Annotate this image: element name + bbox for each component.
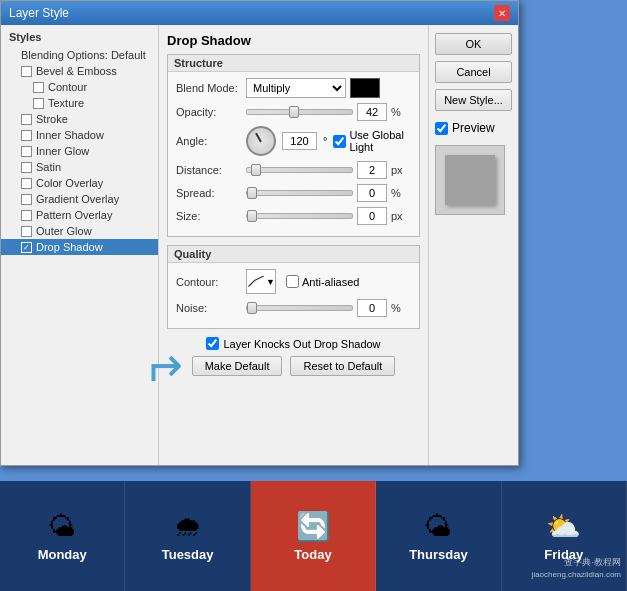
- new-style-button[interactable]: New Style...: [435, 89, 512, 111]
- noise-slider-thumb[interactable]: [247, 302, 257, 314]
- sidebar-item-pattern-overlay[interactable]: Pattern Overlay: [1, 207, 158, 223]
- contour-label: Contour: [48, 81, 87, 93]
- size-value-input[interactable]: [357, 207, 387, 225]
- bevel-emboss-checkbox[interactable]: [21, 66, 32, 77]
- blend-mode-label: Blend Mode:: [176, 82, 246, 94]
- styles-panel: Styles Blending Options: Default Bevel &…: [1, 25, 159, 465]
- spread-slider-thumb[interactable]: [247, 187, 257, 199]
- outer-glow-checkbox[interactable]: [21, 226, 32, 237]
- noise-row: Noise: %: [176, 299, 411, 317]
- global-light-label[interactable]: Use Global Light: [333, 129, 411, 153]
- blend-mode-row: Blend Mode: Multiply: [176, 78, 411, 98]
- inner-shadow-checkbox[interactable]: [21, 130, 32, 141]
- reset-default-button[interactable]: Reset to Default: [290, 356, 395, 376]
- styles-blending-options[interactable]: Blending Options: Default: [1, 47, 158, 63]
- sidebar-item-inner-shadow[interactable]: Inner Shadow: [1, 127, 158, 143]
- anti-alias-label[interactable]: Anti-aliased: [286, 275, 359, 288]
- today-label: Today: [294, 547, 331, 562]
- contour-row: Contour: ▼ Anti-aliased: [176, 269, 411, 294]
- layer-knocks-label: Layer Knocks Out Drop Shadow: [223, 338, 380, 350]
- blend-mode-select[interactable]: Multiply: [246, 78, 346, 98]
- dialog-title: Layer Style: [9, 6, 69, 20]
- distance-slider-thumb[interactable]: [251, 164, 261, 176]
- angle-value-input[interactable]: [282, 132, 317, 150]
- angle-row: Angle: ° Use Global Light: [176, 126, 411, 156]
- satin-checkbox[interactable]: [21, 162, 32, 173]
- styles-panel-header: Styles: [1, 29, 158, 47]
- sidebar-item-outer-glow[interactable]: Outer Glow: [1, 223, 158, 239]
- opacity-value-input[interactable]: 42: [357, 103, 387, 121]
- spread-slider-container: %: [246, 184, 411, 202]
- sidebar-item-satin[interactable]: Satin: [1, 159, 158, 175]
- inner-glow-label: Inner Glow: [36, 145, 89, 157]
- opacity-row: Opacity: 42 %: [176, 103, 411, 121]
- spread-unit: %: [391, 187, 411, 199]
- size-label: Size:: [176, 210, 246, 222]
- noise-value-input[interactable]: [357, 299, 387, 317]
- opacity-slider-track[interactable]: [246, 109, 353, 115]
- spread-value-input[interactable]: [357, 184, 387, 202]
- angle-dial[interactable]: [246, 126, 276, 156]
- tuesday-label: Tuesday: [162, 547, 214, 562]
- friday-weather-icon: ⛅: [546, 510, 581, 543]
- spread-row: Spread: %: [176, 184, 411, 202]
- stroke-checkbox[interactable]: [21, 114, 32, 125]
- structure-content: Blend Mode: Multiply Opacity:: [168, 72, 419, 236]
- drop-shadow-title: Drop Shadow: [167, 33, 420, 48]
- distance-slider-track[interactable]: [246, 167, 353, 173]
- sidebar-item-bevel-emboss[interactable]: Bevel & Emboss: [1, 63, 158, 79]
- drop-shadow-checkbox[interactable]: ✓: [21, 242, 32, 253]
- quality-section: Quality Contour: ▼ Anti-ali: [167, 245, 420, 329]
- size-slider-track[interactable]: [246, 213, 353, 219]
- quality-content: Contour: ▼ Anti-aliased: [168, 263, 419, 328]
- color-overlay-checkbox[interactable]: [21, 178, 32, 189]
- monday-weather-icon: 🌤: [48, 510, 76, 543]
- sidebar-item-color-overlay[interactable]: Color Overlay: [1, 175, 158, 191]
- preview-row: Preview: [435, 121, 512, 135]
- sidebar-item-contour[interactable]: Contour: [1, 79, 158, 95]
- size-slider-thumb[interactable]: [247, 210, 257, 222]
- weather-day-tuesday[interactable]: 🌧 Tuesday: [125, 481, 250, 591]
- sidebar-item-inner-glow[interactable]: Inner Glow: [1, 143, 158, 159]
- ok-button[interactable]: OK: [435, 33, 512, 55]
- noise-label: Noise:: [176, 302, 246, 314]
- anti-alias-checkbox[interactable]: [286, 275, 299, 288]
- distance-value-input[interactable]: [357, 161, 387, 179]
- preview-box: [435, 145, 505, 215]
- texture-checkbox[interactable]: [33, 98, 44, 109]
- layer-knocks-checkbox[interactable]: [206, 337, 219, 350]
- inner-glow-checkbox[interactable]: [21, 146, 32, 157]
- gradient-overlay-label: Gradient Overlay: [36, 193, 119, 205]
- weather-day-today[interactable]: 🔄 Today: [251, 481, 376, 591]
- color-overlay-label: Color Overlay: [36, 177, 103, 189]
- weather-day-thursday[interactable]: 🌤 Thursday: [376, 481, 501, 591]
- contour-preview[interactable]: ▼: [246, 269, 276, 294]
- contour-checkbox[interactable]: [33, 82, 44, 93]
- thursday-label: Thursday: [409, 547, 468, 562]
- preview-checkbox[interactable]: [435, 122, 448, 135]
- dialog-close-button[interactable]: ✕: [494, 5, 510, 21]
- satin-label: Satin: [36, 161, 61, 173]
- size-row: Size: px: [176, 207, 411, 225]
- quality-title: Quality: [168, 246, 419, 263]
- dialog-body: Styles Blending Options: Default Bevel &…: [1, 25, 518, 465]
- degree-symbol: °: [323, 135, 327, 147]
- global-light-checkbox[interactable]: [333, 135, 346, 148]
- sidebar-item-drop-shadow[interactable]: ✓ Drop Shadow: [1, 239, 158, 255]
- bevel-emboss-label: Bevel & Emboss: [36, 65, 117, 77]
- noise-slider-track[interactable]: [246, 305, 353, 311]
- tuesday-weather-icon: 🌧: [174, 510, 202, 543]
- weather-day-monday[interactable]: 🌤 Monday: [0, 481, 125, 591]
- spread-slider-track[interactable]: [246, 190, 353, 196]
- opacity-slider-thumb[interactable]: [289, 106, 299, 118]
- noise-slider-container: %: [246, 299, 411, 317]
- default-buttons: Make Default Reset to Default: [167, 356, 420, 376]
- sidebar-item-gradient-overlay[interactable]: Gradient Overlay: [1, 191, 158, 207]
- sidebar-item-stroke[interactable]: Stroke: [1, 111, 158, 127]
- make-default-button[interactable]: Make Default: [192, 356, 283, 376]
- pattern-overlay-checkbox[interactable]: [21, 210, 32, 221]
- sidebar-item-texture[interactable]: Texture: [1, 95, 158, 111]
- gradient-overlay-checkbox[interactable]: [21, 194, 32, 205]
- shadow-color-swatch[interactable]: [350, 78, 380, 98]
- cancel-button[interactable]: Cancel: [435, 61, 512, 83]
